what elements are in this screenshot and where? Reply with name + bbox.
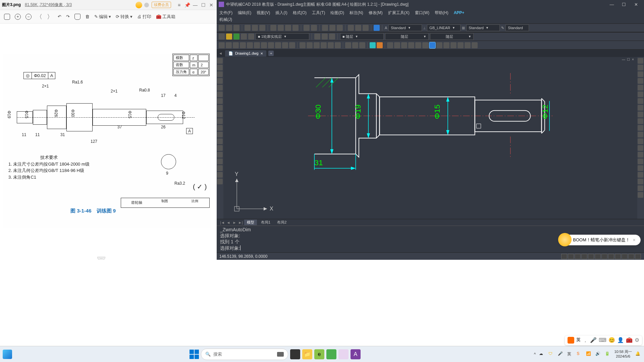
maximize-button[interactable]: ☐ (200, 2, 207, 8)
ime-lang-label[interactable]: 英 (576, 337, 581, 344)
layer-on-icon[interactable] (248, 34, 254, 40)
paste-button[interactable] (285, 25, 291, 31)
dim-break-button[interactable] (307, 42, 313, 48)
open-button[interactable] (226, 25, 232, 31)
menu-icon[interactable]: ≡ (176, 2, 182, 8)
ime-settings-icon[interactable]: ⚙ (635, 337, 639, 344)
zoom-button[interactable] (329, 25, 335, 31)
ducs-toggle[interactable] (601, 254, 607, 259)
xline-tool[interactable] (217, 65, 223, 70)
model-toggle[interactable] (622, 254, 628, 259)
block-tool[interactable] (217, 138, 223, 144)
match-button[interactable] (292, 25, 299, 31)
tray-sogou-icon[interactable]: S (577, 351, 583, 357)
vip-badge[interactable]: 续费会员 (152, 2, 171, 8)
dim-angular-button[interactable] (268, 42, 274, 48)
dim-jogline-button[interactable] (335, 42, 341, 48)
edit-button[interactable]: ✎ 编辑 ▾ (94, 14, 111, 20)
desktop-area[interactable] (0, 260, 644, 346)
layer-prev-button[interactable] (314, 34, 320, 40)
prev-button[interactable]: 〈 (36, 13, 42, 21)
color-combo[interactable]: ■ 随层▼ (340, 33, 384, 40)
rotate-left-button[interactable]: ↶ (58, 14, 61, 19)
scale-tool[interactable] (638, 105, 643, 111)
dim-arc-button[interactable] (233, 42, 239, 48)
toolbox-button[interactable]: 🧰 工具箱 (156, 14, 175, 20)
mech-b-button[interactable] (394, 42, 400, 48)
ime-toolbar[interactable]: 英 ， 🎤 ⌨ 😊 👤 🧰 ⚙ (565, 336, 642, 345)
print-button[interactable] (245, 25, 251, 31)
taskbar-app-browser[interactable]: e (314, 349, 324, 359)
rotate-tool[interactable] (638, 98, 643, 104)
print-button[interactable]: 🖨 打印 (137, 14, 151, 20)
notification-bubble[interactable]: BOOM！蜡笔小新冲出键盘！ ✕ (559, 235, 641, 245)
delete-button[interactable]: 🗑 (85, 14, 90, 19)
menu-app-plus[interactable]: APP+ (454, 9, 465, 16)
next-button[interactable]: 〉 (47, 13, 53, 21)
menu-file[interactable]: 文件(F) (219, 9, 232, 16)
cmd-input-line[interactable]: 选择对象: (220, 245, 641, 251)
minimize-button[interactable]: — (192, 2, 199, 8)
dim-edit-button[interactable] (345, 42, 351, 48)
lineweight-combo[interactable]: 随层▼ (430, 33, 474, 40)
offset-tool[interactable] (638, 78, 643, 84)
copy-tool[interactable] (638, 65, 643, 70)
taskbar-app-wechat[interactable] (326, 349, 336, 359)
clipboard-button[interactable] (74, 14, 80, 20)
polar-toggle[interactable] (581, 254, 587, 259)
dim-update-button[interactable] (359, 42, 365, 48)
pan-button[interactable] (322, 25, 328, 31)
mod-c-tool[interactable] (638, 179, 643, 184)
table-tool[interactable] (217, 172, 223, 178)
dim-linear-button[interactable] (219, 42, 225, 48)
dim-baseline-button[interactable] (282, 42, 288, 48)
ime-punct-icon[interactable]: ， (583, 337, 588, 344)
taskbar-search[interactable]: 🔍 搜索 (201, 349, 288, 360)
linetype-combo[interactable]: 随层▼ (385, 33, 429, 40)
close-button[interactable]: ✕ (630, 1, 642, 8)
redo-button[interactable] (311, 25, 317, 31)
text-style-combo[interactable]: Standard▼ (388, 24, 422, 31)
menu-modify[interactable]: 修改(M) (369, 9, 383, 16)
tray-mic-icon[interactable]: 🎤 (558, 351, 564, 357)
polygon-tool[interactable] (217, 78, 223, 84)
menu-format[interactable]: 格式(O) (293, 9, 307, 16)
menu-insert[interactable]: 插入(I) (275, 9, 287, 16)
circle-tool[interactable] (217, 98, 223, 104)
dim-aligned-button[interactable] (226, 42, 232, 48)
mech-frame-button[interactable] (370, 42, 376, 48)
close-button[interactable]: ✕ (208, 2, 215, 8)
zoom-out-button[interactable]: − (25, 14, 32, 20)
menu-mechanical[interactable]: 机械(J) (219, 16, 232, 23)
ime-voice-icon[interactable]: 🎤 (590, 337, 597, 344)
lwt-toggle[interactable] (615, 254, 621, 259)
sync-icon[interactable] (144, 3, 149, 7)
tray-ime-letter[interactable]: 英 (567, 351, 573, 357)
point-tool[interactable] (217, 145, 223, 151)
mech-autodim-button[interactable] (429, 42, 435, 48)
avatar-icon[interactable] (136, 2, 142, 8)
mod-a-tool[interactable] (638, 165, 643, 171)
cut-button[interactable] (270, 25, 276, 31)
tray-battery-icon[interactable]: 🔋 (605, 351, 611, 357)
extend-tool[interactable] (638, 125, 643, 131)
mech-j-button[interactable] (458, 42, 464, 48)
mleader-style-combo[interactable]: Standard (505, 24, 529, 31)
mech-k-button[interactable] (465, 42, 471, 48)
centermark-button[interactable] (321, 42, 327, 48)
mod-b-tool[interactable] (638, 172, 643, 178)
preview-button[interactable] (252, 25, 258, 31)
otrack-toggle[interactable] (595, 254, 601, 259)
mirror-tool[interactable] (638, 71, 643, 77)
move-tool[interactable] (638, 92, 643, 97)
revcloud-tool[interactable] (217, 105, 223, 111)
mtext-tool[interactable] (217, 179, 223, 184)
taskbar-app-cad[interactable]: A (351, 349, 361, 359)
snap-toggle[interactable] (561, 254, 567, 259)
extra-toggle[interactable] (635, 254, 641, 259)
save-button[interactable] (233, 25, 239, 31)
table2-button[interactable] (355, 25, 361, 31)
convert-button[interactable]: ⟳ 转换 ▾ (116, 14, 132, 20)
table1-button[interactable] (348, 25, 354, 31)
break-tool[interactable] (638, 132, 643, 137)
